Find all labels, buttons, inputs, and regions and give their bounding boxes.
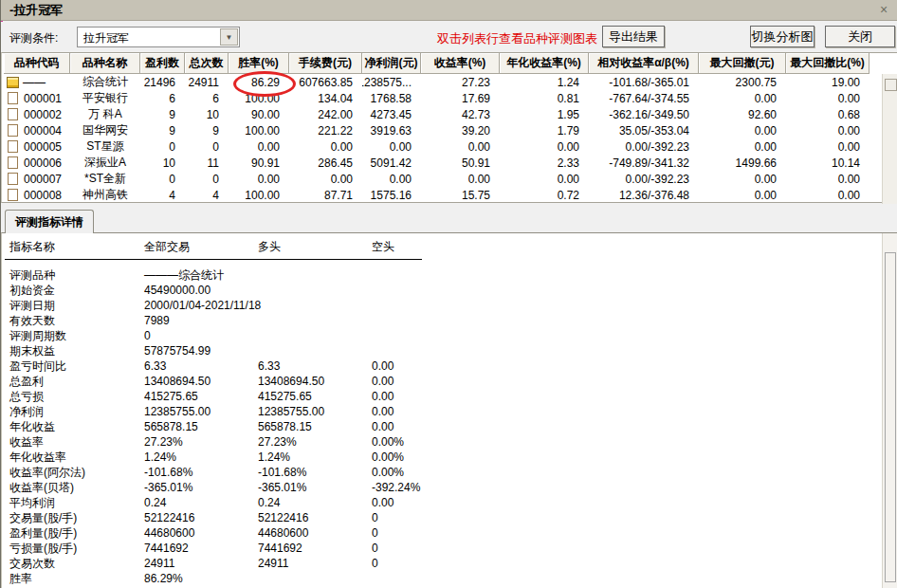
table-row[interactable]: ——综合统计214962491186.29607663.851238575...…: [4, 74, 870, 90]
results-scrollbar[interactable]: [882, 74, 897, 204]
close-icon[interactable]: ×: [876, 2, 891, 17]
cell-yield: 27.23: [421, 74, 500, 90]
detail-row[interactable]: 收益率(阿尔法)-101.68%-101.68%0.00%: [5, 465, 504, 480]
cell-alpha_beta: -362.16/-349.50: [589, 106, 699, 122]
cell-total: 0: [185, 171, 229, 187]
results-table-header: 品种代码品种名称盈利数总次数胜率(%)手续费(元)净利润(元)收益率(%)年化收…: [4, 53, 870, 74]
detail-row[interactable]: 总亏损415275.65415275.650.00: [5, 389, 504, 404]
detail-row[interactable]: 期末权益57875754.99: [5, 343, 504, 358]
detail-row[interactable]: 亏损量(股/手)744169274416920: [5, 541, 504, 556]
detail-metric-value: 0.00: [372, 496, 504, 509]
export-results-button[interactable]: 导出结果: [602, 26, 665, 47]
cell-code: 000002: [4, 106, 70, 122]
detail-row[interactable]: 评测周期数0: [5, 328, 504, 343]
detail-row[interactable]: 评测品种———综合统计: [5, 267, 504, 283]
table-row[interactable]: 000002万 科A91090.00242.004273.4542.731.95…: [4, 106, 870, 122]
cell-annual: 0.81: [500, 90, 589, 106]
detail-row[interactable]: 收益率(贝塔)-365.01%-365.01%-392.24%: [5, 480, 504, 495]
cell-win: 9: [140, 106, 185, 122]
condition-dropdown[interactable]: 拉升冠军 ▼: [77, 27, 240, 47]
detail-metric-value: 44680600: [144, 526, 258, 540]
cell-profit: 1238575...: [362, 74, 421, 90]
detail-metric-name: 净利润: [5, 404, 144, 420]
detail-metric-value: 415275.65: [144, 390, 258, 403]
detail-row[interactable]: 年化收益565878.15565878.150.00: [5, 419, 504, 434]
cell-drawdown_pct: 0.00: [786, 171, 870, 187]
cell-name: ST星源: [70, 138, 140, 155]
column-header[interactable]: 品种代码: [4, 53, 70, 74]
column-header[interactable]: 相对收益率α/β(%): [589, 53, 699, 74]
page-icon: [8, 156, 18, 169]
cell-yield: 42.73: [421, 106, 500, 122]
detail-metric-name: 胜率: [5, 571, 144, 587]
detail-metric-name: 初始资金: [5, 283, 144, 299]
cell-fee: 134.04: [289, 90, 362, 106]
column-header[interactable]: 最大回撤比(%): [786, 53, 870, 74]
detail-scrollbar[interactable]: [882, 233, 897, 588]
condition-label: 评测条件:: [9, 30, 58, 46]
table-row[interactable]: 000007*ST全新000.000.000.000.000.000.00/-3…: [4, 171, 870, 187]
detail-row[interactable]: 盈利量(股/手)44680600446806000: [5, 525, 504, 541]
cell-drawdown: 1499.66: [699, 155, 786, 171]
column-header[interactable]: 总次数: [185, 53, 229, 74]
cell-alpha_beta: -749.89/-341.32: [589, 155, 699, 171]
detail-body: 评测品种———综合统计初始资金45490000.00评测日期2000/01/04…: [5, 267, 504, 586]
cell-yield: 0.00: [421, 138, 500, 155]
column-header[interactable]: 手续费(元): [289, 53, 362, 74]
table-row[interactable]: 000001平安银行66100.00134.041768.5817.690.81…: [4, 90, 870, 106]
detail-metric-value: 0.00%: [372, 466, 504, 479]
detail-metric-value: 0.00: [372, 405, 504, 418]
detail-row[interactable]: 评测日期2000/01/04-2021/11/18: [5, 298, 504, 313]
detail-metric-value: 7441692: [258, 542, 372, 555]
close-button[interactable]: 关闭: [825, 26, 895, 47]
table-row[interactable]: 000006深振业A101190.91286.455091.4250.912.3…: [4, 155, 870, 171]
detail-row[interactable]: 平均利润0.240.240.00: [5, 495, 504, 510]
detail-metric-name: 评测周期数: [5, 328, 144, 344]
detail-row[interactable]: 净利润12385755.0012385755.000.00: [5, 404, 504, 419]
column-header[interactable]: 净利润(元): [362, 53, 421, 74]
detail-metric-value: 0: [372, 526, 504, 540]
cell-profit: 1768.58: [362, 90, 421, 106]
column-header[interactable]: 收益率(%): [421, 53, 500, 74]
table-row[interactable]: 000004国华网安99100.00221.223919.6339.201.79…: [4, 122, 870, 138]
cell-win: 0: [140, 138, 185, 155]
detail-row[interactable]: 收益率27.23%27.23%0.00%: [5, 434, 504, 450]
detail-metric-value: 0: [372, 511, 504, 524]
cell-yield: 17.69: [421, 90, 500, 106]
window-title: -拉升冠军: [9, 2, 63, 19]
detail-metric-value: 0.24: [258, 496, 372, 509]
chevron-down-icon[interactable]: ▼: [220, 28, 238, 46]
cell-name: 综合统计: [70, 74, 140, 90]
tab-detail[interactable]: 评测指标详情: [5, 210, 94, 233]
cell-drawdown_pct: 0.00: [786, 138, 870, 155]
detail-row[interactable]: 胜率86.29%: [5, 571, 504, 586]
cell-code: 000004: [4, 122, 70, 138]
cell-alpha_beta: -767.64/-374.55: [589, 90, 699, 106]
detail-row[interactable]: 初始资金45490000.00: [5, 283, 504, 298]
window-titlebar[interactable]: -拉升冠军 ×: [1, 0, 897, 21]
cell-annual: 1.79: [500, 122, 589, 138]
detail-metric-value: 27.23%: [144, 435, 258, 449]
column-header[interactable]: 盈利数: [140, 53, 185, 74]
table-row[interactable]: 000005ST星源000.000.000.000.000.000.00/-39…: [4, 138, 870, 155]
detail-row[interactable]: 盈亏时间比6.336.330.00: [5, 358, 504, 374]
detail-metric-value: 565878.15: [144, 420, 258, 433]
table-row[interactable]: 000008神州高铁44100.0087.711575.1615.750.721…: [4, 187, 870, 203]
detail-metric-value: 24911: [144, 557, 258, 570]
detail-scrollbar-thumb[interactable]: [885, 252, 896, 582]
column-header[interactable]: 最大回撤(元): [699, 53, 786, 74]
results-scrollbar-thumb[interactable]: [885, 79, 897, 91]
detail-row[interactable]: 有效天数7989: [5, 313, 504, 328]
detail-row[interactable]: 总盈利13408694.5013408694.500.00: [5, 374, 504, 389]
column-header[interactable]: 品种名称: [70, 53, 140, 74]
cell-code: ——: [4, 74, 70, 90]
switch-analysis-button[interactable]: 切换分析图: [750, 26, 815, 47]
column-header[interactable]: 胜率(%): [229, 53, 289, 74]
detail-metric-name: 期末权益: [5, 343, 144, 359]
detail-metric-value: -365.01%: [144, 481, 258, 494]
detail-row[interactable]: 年化收益率1.24%1.24%0.00%: [5, 450, 504, 465]
column-header[interactable]: 年化收益率(%): [500, 53, 589, 74]
detail-row[interactable]: 交易次数24911249110: [5, 556, 504, 571]
cell-drawdown: 2300.75: [699, 74, 786, 90]
detail-row[interactable]: 交易量(股/手)52122416521224160: [5, 510, 504, 525]
